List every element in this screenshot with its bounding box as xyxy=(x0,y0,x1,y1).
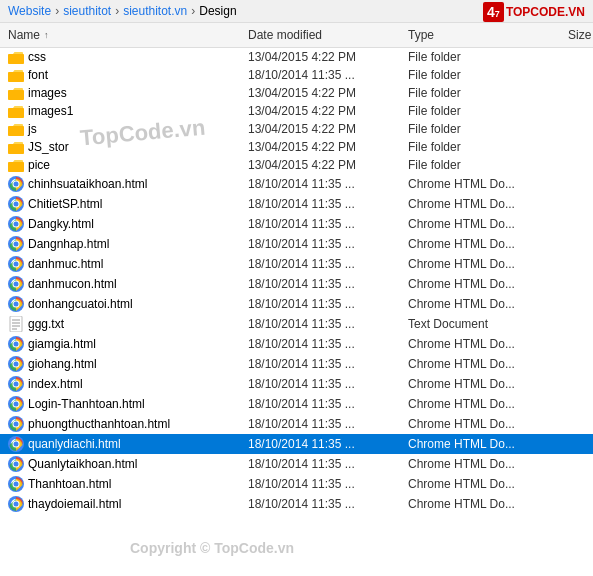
file-name: Thanhtoan.html xyxy=(0,475,240,493)
table-row[interactable]: giohang.html 18/10/2014 11:35 ... Chrome… xyxy=(0,354,593,374)
file-size: 6 KB xyxy=(560,396,593,412)
svg-point-28 xyxy=(14,222,19,227)
breadcrumb-sieuthitot[interactable]: sieuthitot xyxy=(63,4,111,18)
table-row[interactable]: pice 13/04/2015 4:22 PM File folder xyxy=(0,156,593,174)
table-row[interactable]: thaydoiemail.html 18/10/2014 11:35 ... C… xyxy=(0,494,593,514)
file-date: 18/10/2014 11:35 ... xyxy=(240,376,400,392)
col-name[interactable]: Name ↑ xyxy=(0,26,240,44)
svg-rect-13 xyxy=(8,162,24,172)
file-size: 0 KB xyxy=(560,316,593,332)
svg-point-18 xyxy=(14,182,19,187)
file-type: File folder xyxy=(400,49,560,65)
svg-point-48 xyxy=(14,302,19,307)
folder-icon xyxy=(8,86,24,100)
table-row[interactable]: giamgia.html 18/10/2014 11:35 ... Chrome… xyxy=(0,334,593,354)
table-row[interactable]: ChitietSP.html 18/10/2014 11:35 ... Chro… xyxy=(0,194,593,214)
file-type: Chrome HTML Do... xyxy=(400,436,560,452)
chrome-icon xyxy=(8,216,24,232)
file-size xyxy=(560,74,593,76)
file-name: chinhsuataikhoan.html xyxy=(0,175,240,193)
folder-icon xyxy=(8,104,24,118)
table-row[interactable]: danhmuc.html 18/10/2014 11:35 ... Chrome… xyxy=(0,254,593,274)
folder-icon xyxy=(8,50,24,64)
svg-point-38 xyxy=(14,262,19,267)
breadcrumb: Website › sieuthitot › sieuthitot.vn › D… xyxy=(0,0,593,23)
file-type: Chrome HTML Do... xyxy=(400,256,560,272)
svg-point-93 xyxy=(14,482,19,487)
file-date: 13/04/2015 4:22 PM xyxy=(240,103,400,119)
table-row[interactable]: images 13/04/2015 4:22 PM File folder xyxy=(0,84,593,102)
file-date: 18/10/2014 11:35 ... xyxy=(240,416,400,432)
file-name: font xyxy=(0,67,240,83)
chrome-icon xyxy=(8,196,24,212)
svg-point-68 xyxy=(14,382,19,387)
file-date: 18/10/2014 11:35 ... xyxy=(240,336,400,352)
file-name: Login-Thanhtoan.html xyxy=(0,395,240,413)
table-row[interactable]: Login-Thanhtoan.html 18/10/2014 11:35 ..… xyxy=(0,394,593,414)
breadcrumb-domain[interactable]: sieuthitot.vn xyxy=(123,4,187,18)
file-name: danhmucon.html xyxy=(0,275,240,293)
table-row[interactable]: js 13/04/2015 4:22 PM File folder xyxy=(0,120,593,138)
table-row[interactable]: quanlydiachi.html 18/10/2014 11:35 ... C… xyxy=(0,434,593,454)
file-name: Dangky.html xyxy=(0,215,240,233)
chrome-icon xyxy=(8,176,24,192)
col-date[interactable]: Date modified xyxy=(240,26,400,44)
table-row[interactable]: Thanhtoan.html 18/10/2014 11:35 ... Chro… xyxy=(0,474,593,494)
chrome-icon xyxy=(8,436,24,452)
file-type: Chrome HTML Do... xyxy=(400,496,560,512)
file-size: 40 KB xyxy=(560,216,593,232)
file-type: Chrome HTML Do... xyxy=(400,236,560,252)
file-date: 18/10/2014 11:35 ... xyxy=(240,67,400,83)
sep3: › xyxy=(191,4,195,18)
file-date: 18/10/2014 11:35 ... xyxy=(240,396,400,412)
folder-icon xyxy=(8,122,24,136)
chrome-icon xyxy=(8,256,24,272)
breadcrumb-design: Design xyxy=(199,4,236,18)
table-row[interactable]: Dangnhap.html 18/10/2014 11:35 ... Chrom… xyxy=(0,234,593,254)
file-size: 42 KB xyxy=(560,496,593,512)
file-type: Chrome HTML Do... xyxy=(400,376,560,392)
file-date: 18/10/2014 11:35 ... xyxy=(240,476,400,492)
file-size: 61 KB xyxy=(560,276,593,292)
table-row[interactable]: donhangcuatoi.html 18/10/2014 11:35 ... … xyxy=(0,294,593,314)
table-row[interactable]: css 13/04/2015 4:22 PM File folder xyxy=(0,48,593,66)
chrome-icon xyxy=(8,396,24,412)
file-name: phuongthucthanhtoan.html xyxy=(0,415,240,433)
svg-rect-9 xyxy=(8,126,24,136)
svg-point-73 xyxy=(14,402,19,407)
file-size xyxy=(560,92,593,94)
chrome-icon xyxy=(8,336,24,352)
table-row[interactable]: JS_stor 13/04/2015 4:22 PM File folder xyxy=(0,138,593,156)
table-row[interactable]: Dangky.html 18/10/2014 11:35 ... Chrome … xyxy=(0,214,593,234)
table-row[interactable]: images1 13/04/2015 4:22 PM File folder xyxy=(0,102,593,120)
file-type: File folder xyxy=(400,121,560,137)
logo-box: 47 xyxy=(483,2,504,22)
file-size: 44 KB xyxy=(560,296,593,312)
table-row[interactable]: phuongthucthanhtoan.html 18/10/2014 11:3… xyxy=(0,414,593,434)
file-type: Chrome HTML Do... xyxy=(400,396,560,412)
file-type: Chrome HTML Do... xyxy=(400,296,560,312)
table-row[interactable]: danhmucon.html 18/10/2014 11:35 ... Chro… xyxy=(0,274,593,294)
svg-point-63 xyxy=(14,362,19,367)
svg-point-98 xyxy=(14,502,19,507)
file-type: Chrome HTML Do... xyxy=(400,476,560,492)
chrome-icon xyxy=(8,356,24,372)
breadcrumb-website[interactable]: Website xyxy=(8,4,51,18)
table-row[interactable]: ggg.txt 18/10/2014 11:35 ... Text Docume… xyxy=(0,314,593,334)
table-row[interactable]: Quanlytaikhoan.html 18/10/2014 11:35 ...… xyxy=(0,454,593,474)
table-row[interactable]: font 18/10/2014 11:35 ... File folder xyxy=(0,66,593,84)
file-date: 13/04/2015 4:22 PM xyxy=(240,139,400,155)
file-type: Chrome HTML Do... xyxy=(400,176,560,192)
chrome-icon xyxy=(8,276,24,292)
table-row[interactable]: index.html 18/10/2014 11:35 ... Chrome H… xyxy=(0,374,593,394)
chrome-icon xyxy=(8,476,24,492)
col-type[interactable]: Type xyxy=(400,26,560,44)
svg-rect-7 xyxy=(8,108,24,118)
file-type: Chrome HTML Do... xyxy=(400,456,560,472)
col-size[interactable]: Size xyxy=(560,26,593,44)
svg-point-78 xyxy=(14,422,19,427)
table-row[interactable]: chinhsuataikhoan.html 18/10/2014 11:35 .… xyxy=(0,174,593,194)
file-name: index.html xyxy=(0,375,240,393)
file-type: Chrome HTML Do... xyxy=(400,216,560,232)
chrome-icon xyxy=(8,456,24,472)
